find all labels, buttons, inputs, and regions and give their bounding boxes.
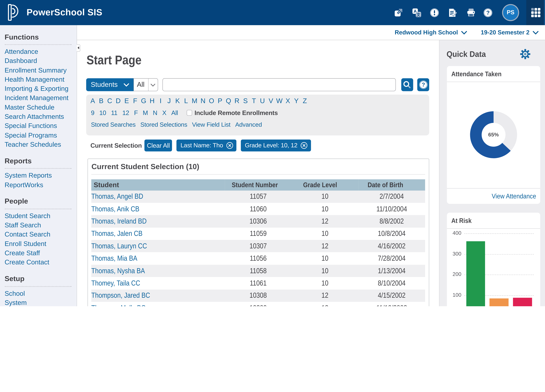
sidebar-item-incident-management[interactable]: Incident Management <box>5 93 77 103</box>
alphabet-link-z[interactable]: Z <box>301 97 309 104</box>
grade-link-x[interactable]: X <box>162 109 166 116</box>
grade-link-all[interactable]: All <box>171 109 178 116</box>
sidebar-item-dashboard[interactable]: Dashboard <box>5 56 77 66</box>
remove-chip-icon[interactable] <box>226 142 233 149</box>
open-new-window-button[interactable] <box>393 0 404 25</box>
search-submit-button[interactable] <box>401 78 413 91</box>
student-link[interactable]: Thomas, Lauryn CC <box>91 242 147 250</box>
sidebar-item-special-programs[interactable]: Special Programs <box>5 131 77 140</box>
alerts-button[interactable] <box>429 0 440 25</box>
brand[interactable]: PowerSchool SIS <box>7 3 102 21</box>
quick-link-advanced[interactable]: Advanced <box>235 121 262 128</box>
alphabet-link-u[interactable]: U <box>258 97 267 104</box>
student-link[interactable]: Thomas, Ireland BD <box>91 217 147 226</box>
column-header-student[interactable]: Student <box>91 179 225 190</box>
sidebar-item-system-reports[interactable]: System Reports <box>5 171 77 180</box>
view-attendance-link[interactable]: View Attendance <box>492 192 536 200</box>
alphabet-link-s[interactable]: S <box>241 97 250 104</box>
grade-link-12[interactable]: 12 <box>122 109 129 116</box>
app-switcher-button[interactable] <box>526 0 545 25</box>
alphabet-link-g[interactable]: G <box>139 97 148 104</box>
sidebar-item-special-functions[interactable]: Special Functions <box>5 121 77 131</box>
student-link[interactable]: Thomas, Jalen CB <box>91 229 142 238</box>
student-link[interactable]: Thomas, Anik CB <box>91 205 139 213</box>
sidebar-item-importing-exporting[interactable]: Importing & Exporting <box>5 84 77 93</box>
alphabet-link-i[interactable]: I <box>156 97 165 104</box>
alphabet-link-h[interactable]: H <box>148 97 156 104</box>
sidebar-item-staff-search[interactable]: Staff Search <box>5 221 77 230</box>
alphabet-link-m[interactable]: M <box>190 97 199 104</box>
remove-chip-icon[interactable] <box>301 142 308 149</box>
student-link[interactable]: Thomas, Mia BA <box>91 254 137 263</box>
sidebar-item-reportworks[interactable]: ReportWorks <box>5 180 77 189</box>
alphabet-link-c[interactable]: C <box>105 97 114 104</box>
alphabet-link-y[interactable]: Y <box>292 97 301 104</box>
column-header-student-number[interactable]: Student Number <box>225 179 291 190</box>
search-scope-select[interactable]: Students <box>86 78 134 91</box>
school-selector[interactable]: Redwood High School <box>395 25 467 40</box>
sidebar-item-enrollment-summary[interactable]: Enrollment Summary <box>5 66 77 75</box>
grade-link-10[interactable]: 10 <box>99 109 106 116</box>
sidebar-item-system[interactable]: System <box>5 298 77 306</box>
search-input[interactable] <box>162 78 396 91</box>
grade-link-m[interactable]: M <box>143 109 148 116</box>
alphabet-link-f[interactable]: F <box>131 97 139 104</box>
filter-chip[interactable]: Last Name: Tho <box>177 139 236 151</box>
alphabet-link-q[interactable]: Q <box>224 97 233 104</box>
alphabet-link-j[interactable]: J <box>165 97 173 104</box>
student-link[interactable]: Thomas, Angel BD <box>91 192 143 201</box>
alphabet-link-d[interactable]: D <box>114 97 122 104</box>
alphabet-link-e[interactable]: E <box>122 97 131 104</box>
student-link[interactable]: Thompson, Jared BC <box>91 291 150 300</box>
column-header-date-of-birth[interactable]: Date of Birth <box>358 179 425 190</box>
alphabet-link-n[interactable]: N <box>199 97 207 104</box>
help-button[interactable]: ? <box>483 0 493 25</box>
search-help-button[interactable]: ? <box>417 78 429 91</box>
column-header-grade-level[interactable]: Grade Level <box>291 179 358 190</box>
translate-button[interactable]: A 文 <box>411 0 422 25</box>
sidebar-item-search-attachments[interactable]: Search Attachments <box>5 112 77 121</box>
sidebar-item-create-contact[interactable]: Create Contact <box>5 258 77 267</box>
alphabet-link-b[interactable]: B <box>97 97 105 104</box>
alphabet-link-a[interactable]: A <box>88 97 97 104</box>
sidebar-item-school[interactable]: School <box>5 289 77 298</box>
include-remote-checkbox[interactable] <box>186 110 192 116</box>
quick-link-view-field-list[interactable]: View Field List <box>192 121 230 128</box>
quick-link-stored-selections[interactable]: Stored Selections <box>140 121 187 128</box>
alphabet-link-w[interactable]: W <box>275 97 284 104</box>
student-link[interactable]: Thomas, Nysha BA <box>91 267 145 275</box>
alphabet-link-r[interactable]: R <box>233 97 241 104</box>
grade-link-11[interactable]: 11 <box>111 109 118 116</box>
alphabet-link-t[interactable]: T <box>250 97 258 104</box>
sidebar-item-create-staff[interactable]: Create Staff <box>5 248 77 258</box>
sidebar-collapse-button[interactable] <box>77 44 80 52</box>
clear-all-button[interactable]: Clear All <box>144 139 172 151</box>
print-button[interactable] <box>466 0 476 25</box>
alphabet-link-k[interactable]: K <box>173 97 182 104</box>
student-link[interactable]: Thomey, Taila CC <box>91 279 140 288</box>
alphabet-link-l[interactable]: L <box>182 97 190 104</box>
sidebar-item-enroll-student[interactable]: Enroll Student <box>5 239 77 248</box>
search-filter-select[interactable]: All <box>134 78 158 91</box>
sidebar-item-teacher-schedules[interactable]: Teacher Schedules <box>5 140 77 149</box>
reports-button[interactable] <box>447 0 457 25</box>
filter-chip[interactable]: Grade Level: 10, 12 <box>241 139 311 151</box>
student-row: Thomas, Ireland BD10306128/8/2002 <box>91 215 425 228</box>
grade-link-n[interactable]: N <box>153 109 157 116</box>
term-selector[interactable]: 19-20 Semester 2 <box>481 25 538 40</box>
avatar[interactable]: PS <box>502 4 519 21</box>
sidebar-item-contact-search[interactable]: Contact Search <box>5 230 77 239</box>
sidebar-item-master-schedule[interactable]: Master Schedule <box>5 103 77 112</box>
gear-icon[interactable] <box>520 49 530 59</box>
alphabet-link-o[interactable]: O <box>207 97 216 104</box>
grade-link-9[interactable]: 9 <box>91 109 94 116</box>
grade-link-f[interactable]: F <box>134 109 138 116</box>
sidebar-item-health-management[interactable]: Health Management <box>5 75 77 84</box>
student-link[interactable]: Thomson, Molly BC <box>91 304 146 306</box>
sidebar-item-student-search[interactable]: Student Search <box>5 211 77 221</box>
alphabet-link-v[interactable]: V <box>267 97 275 104</box>
sidebar-item-attendance[interactable]: Attendance <box>5 47 77 56</box>
quick-link-stored-searches[interactable]: Stored Searches <box>91 121 136 128</box>
alphabet-link-x[interactable]: X <box>284 97 292 104</box>
alphabet-link-p[interactable]: P <box>216 97 224 104</box>
